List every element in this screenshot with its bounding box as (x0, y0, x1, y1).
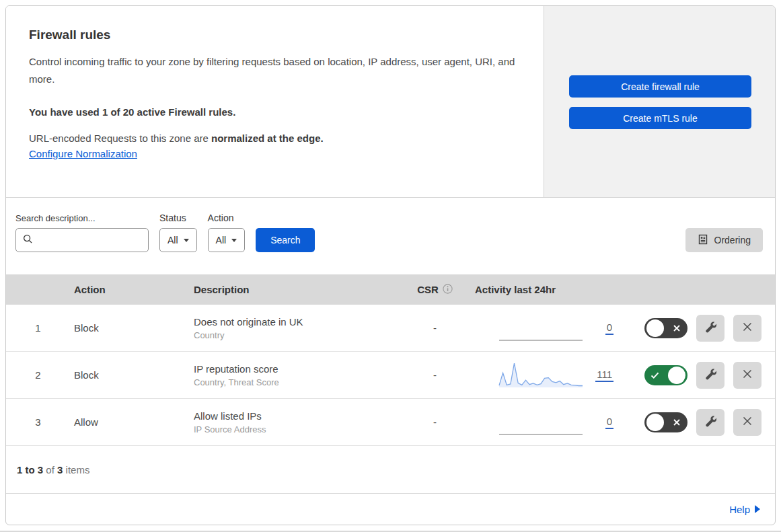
help-bar: Help (6, 494, 775, 525)
rule-enabled-toggle[interactable] (644, 365, 687, 385)
activity-count-link[interactable]: 0 (605, 321, 613, 335)
action-dropdown-value: All (216, 235, 227, 245)
header-activity: Activity last 24hr (467, 284, 628, 295)
rule-fields: IP Source Address (194, 424, 403, 434)
create-firewall-rule-button[interactable]: Create firewall rule (569, 75, 751, 98)
rule-priority: 3 (6, 416, 70, 428)
status-dropdown[interactable]: All (159, 228, 197, 252)
edit-rule-button[interactable] (696, 315, 724, 342)
action-filter-group: Action All (208, 208, 246, 252)
firewall-rules-card: Firewall rules Control incoming traffic … (5, 5, 776, 525)
status-dropdown-value: All (168, 235, 178, 245)
filter-bar: Search description... Status All Action … (6, 198, 775, 274)
chevron-down-icon (231, 239, 237, 242)
rule-action: Block (70, 322, 188, 334)
pagination-range: 1 to 3 (17, 464, 43, 476)
toggle-check-icon (650, 371, 659, 379)
rule-description-cell: Does not originate in UK Country (188, 316, 403, 340)
search-label: Search description... (15, 208, 149, 223)
pagination-items: items (66, 464, 90, 476)
status-filter-group: Status All (159, 208, 197, 252)
rule-description: IP reputation score (194, 363, 403, 375)
usage-summary: You have used 1 of 20 active Firewall ru… (29, 106, 517, 118)
rule-description-cell: IP reputation score Country, Threat Scor… (188, 363, 403, 387)
activity-sparkline (498, 313, 584, 343)
delete-rule-button[interactable] (733, 362, 761, 389)
rule-csr: - (403, 369, 467, 381)
ordering-button-label: Ordering (714, 235, 751, 245)
ordering-list-icon (698, 234, 708, 247)
page-title: Firewall rules (29, 28, 517, 42)
activity-sparkline (498, 408, 584, 437)
table-row: 1 Block Does not originate in UK Country… (6, 305, 775, 352)
chevron-down-icon (184, 239, 189, 242)
edit-rule-button[interactable] (696, 362, 724, 389)
rule-enabled-toggle[interactable] (644, 412, 687, 432)
rule-description: Allow listed IPs (194, 410, 403, 422)
action-dropdown[interactable]: All (208, 228, 246, 252)
pagination-of: of (46, 464, 54, 476)
activity-count-link[interactable]: 111 (595, 369, 613, 382)
rule-activity-cell: 0 (467, 313, 628, 343)
rule-controls-cell (628, 409, 775, 436)
activity-count-link[interactable]: 0 (605, 416, 613, 429)
help-link[interactable]: Help (729, 504, 760, 515)
wrench-icon (704, 415, 716, 429)
hero-actions-panel: Create firewall rule Create mTLS rule (544, 6, 775, 197)
normalization-note: URL-encoded Requests to this zone are no… (29, 132, 517, 144)
rule-activity-cell: 111 (467, 360, 628, 390)
header-csr: CSR (403, 284, 467, 296)
pagination-total: 3 (57, 464, 63, 476)
rule-fields: Country, Threat Score (194, 377, 403, 387)
close-icon (742, 369, 753, 381)
rule-fields: Country (194, 330, 403, 340)
rule-action: Block (70, 369, 188, 381)
normalization-note-bold: normalized at the edge. (211, 132, 324, 144)
help-link-label: Help (729, 504, 750, 515)
rule-controls-cell (628, 315, 775, 342)
status-label: Status (159, 208, 197, 223)
activity-sparkline (498, 360, 584, 390)
toggle-knob (668, 367, 685, 384)
rule-enabled-toggle[interactable] (644, 318, 687, 338)
rule-csr: - (403, 416, 467, 428)
rule-action: Allow (70, 416, 188, 428)
delete-rule-button[interactable] (733, 409, 761, 436)
search-button[interactable]: Search (256, 228, 315, 252)
hero-text-panel: Firewall rules Control incoming traffic … (6, 6, 544, 197)
normalization-note-prefix: URL-encoded Requests to this zone are (29, 132, 211, 144)
toggle-x-icon (673, 418, 681, 426)
configure-normalization-link[interactable]: Configure Normalization (29, 148, 137, 159)
ordering-button[interactable]: Ordering (685, 228, 763, 252)
pagination-summary: 1 to 3 of 3 items (6, 446, 775, 494)
rule-priority: 1 (6, 322, 70, 334)
table-header-row: Action Description CSR Activity last 24h… (6, 274, 775, 305)
search-icon (23, 234, 33, 247)
create-mtls-rule-button[interactable]: Create mTLS rule (569, 107, 751, 129)
wrench-icon (704, 321, 716, 335)
rule-csr: - (403, 322, 467, 334)
delete-rule-button[interactable] (733, 315, 761, 342)
toggle-knob (646, 414, 664, 431)
hero-section: Firewall rules Control incoming traffic … (6, 6, 775, 198)
close-icon (742, 321, 753, 334)
edit-rule-button[interactable] (696, 409, 724, 436)
header-action: Action (70, 284, 188, 295)
info-icon[interactable] (443, 284, 453, 296)
rule-activity-cell: 0 (467, 408, 628, 437)
rule-description-cell: Allow listed IPs IP Source Address (188, 410, 403, 434)
page-description: Control incoming traffic to your zone by… (29, 53, 517, 88)
search-input[interactable] (38, 234, 141, 246)
table-row: 2 Block IP reputation score Country, Thr… (6, 352, 775, 399)
rule-priority: 2 (6, 369, 70, 381)
rule-controls-cell (628, 362, 775, 389)
wrench-icon (704, 368, 716, 382)
rule-description: Does not originate in UK (194, 316, 403, 328)
table-row: 3 Allow Allow listed IPs IP Source Addre… (6, 399, 775, 446)
search-box (15, 228, 149, 252)
header-description: Description (188, 284, 403, 295)
toggle-knob (646, 319, 664, 337)
help-arrow-icon (755, 505, 760, 513)
search-filter-group: Search description... (15, 208, 149, 252)
header-csr-label: CSR (417, 284, 439, 295)
